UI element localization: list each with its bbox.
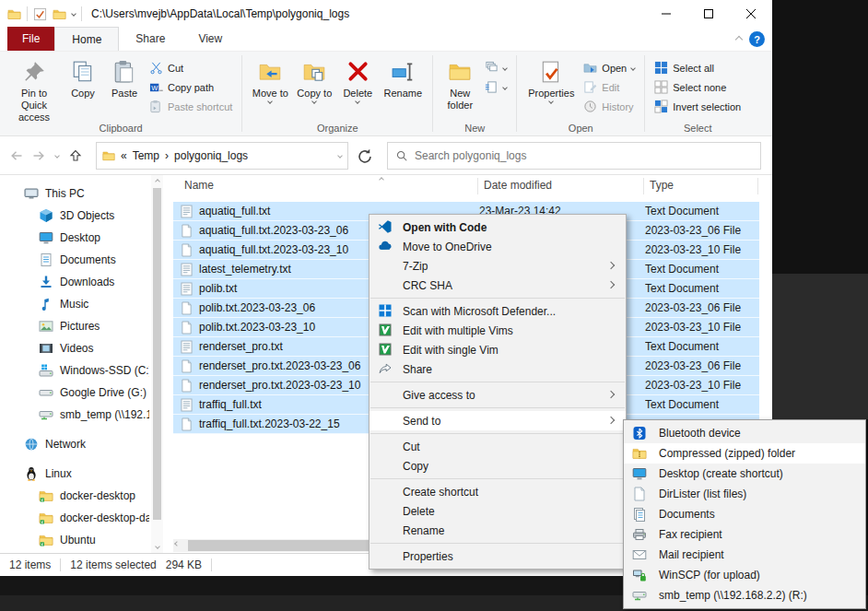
copy-to-button[interactable]: Copy to <box>292 55 336 106</box>
column-header-date-modified[interactable]: Date modified <box>484 179 552 192</box>
tab-share[interactable]: Share <box>119 27 182 51</box>
close-button[interactable] <box>730 0 772 28</box>
submenu-item-winscp[interactable]: WinSCP (for upload) <box>624 565 865 585</box>
menu-item-rename[interactable]: Rename <box>369 521 626 540</box>
sidebar-item-videos[interactable]: Videos <box>0 337 149 359</box>
menu-item-move-to-onedrive[interactable]: Move to OneDrive <box>369 237 626 256</box>
sidebar-item-pictures[interactable]: Pictures <box>0 315 149 337</box>
paste-button[interactable]: Paste <box>103 55 146 102</box>
sidebar-item-google-drive[interactable]: Google Drive (G:) <box>0 382 149 404</box>
open-button[interactable]: Open <box>580 59 639 76</box>
scroll-left-icon[interactable] <box>174 541 180 546</box>
sidebar-item-3d-objects[interactable]: 3D Objects <box>0 205 149 227</box>
scroll-up-icon[interactable] <box>154 178 161 185</box>
new-item-button[interactable] <box>481 78 510 96</box>
column-header-name[interactable]: Name <box>184 179 214 192</box>
cut-button[interactable]: Cut <box>146 59 236 76</box>
button-label: Copy to <box>297 88 332 100</box>
address-bar[interactable]: « Temp › polygoniq_logs <box>96 142 348 170</box>
properties-button[interactable]: Properties <box>522 55 580 106</box>
menu-item-7zip[interactable]: 7-Zip <box>369 256 626 276</box>
copy-path-button[interactable]: W Copy path <box>146 78 236 96</box>
refresh-button[interactable] <box>356 147 374 166</box>
rename-icon <box>389 58 416 86</box>
submenu-item-documents[interactable]: Documents <box>624 504 865 524</box>
move-to-button[interactable]: Move to <box>248 55 292 106</box>
sidebar-item-ubuntu[interactable]: Ubuntu <box>0 529 149 551</box>
sidebar-scrollbar[interactable] <box>151 175 163 553</box>
menu-item-scan-with-defender[interactable]: Scan with Microsoft Defender... <box>369 301 626 321</box>
menu-item-give-access-to[interactable]: Give access to <box>369 385 626 405</box>
search-box[interactable] <box>387 142 761 170</box>
pin-to-quick-access-button[interactable]: Pin to Quick access <box>6 55 63 126</box>
search-input[interactable] <box>415 149 753 162</box>
sidebar-item-desktop[interactable]: Desktop <box>0 227 149 249</box>
tab-view[interactable]: View <box>182 27 239 51</box>
menu-item-open-with-code[interactable]: Open with Code <box>369 217 626 237</box>
menu-item-crc-sha[interactable]: CRC SHA <box>369 276 626 295</box>
breadcrumb-temp[interactable]: Temp <box>133 149 159 162</box>
sidebar-item-docker-desktop[interactable]: docker-desktop <box>0 485 149 507</box>
sidebar-item-downloads[interactable]: Downloads <box>0 271 149 293</box>
sidebar-item-smb-temp[interactable]: smb_temp (\\192.16 <box>0 404 149 426</box>
sidebar-item-this-pc[interactable]: This PC <box>0 182 149 205</box>
sidebar-item-network[interactable]: Network <box>0 433 149 455</box>
submenu-item-desktop-create-shortcut[interactable]: Desktop (create shortcut) <box>624 464 865 484</box>
submenu-item-compressed-zipped-folder[interactable]: Compressed (zipped) folder <box>624 443 865 464</box>
sidebar-item-linux[interactable]: Linux <box>0 463 149 485</box>
scrollbar-thumb[interactable] <box>153 188 161 520</box>
sidebar-item-docker-desktop-data[interactable]: docker-desktop-dat <box>0 507 149 529</box>
rename-button[interactable]: Rename <box>379 55 427 102</box>
help-icon[interactable]: ? <box>749 31 765 47</box>
submenu-item-fax-recipient[interactable]: Fax recipient <box>624 524 865 545</box>
scroll-down-icon[interactable] <box>154 543 161 550</box>
menu-item-delete[interactable]: Delete <box>369 501 626 521</box>
menu-item-cut[interactable]: Cut <box>369 437 626 456</box>
column-divider[interactable] <box>477 178 478 194</box>
collapse-ribbon-icon[interactable] <box>735 35 743 42</box>
easy-access-button[interactable] <box>481 59 510 76</box>
menu-item-create-shortcut[interactable]: Create shortcut <box>369 482 626 501</box>
new-folder-button[interactable]: New folder <box>439 55 481 114</box>
minimize-button[interactable] <box>645 0 687 28</box>
sidebar-item-music[interactable]: Music <box>0 293 149 315</box>
file-icon <box>181 359 193 373</box>
menu-item-edit-with-single-vim[interactable]: Edit with single Vim <box>369 340 626 359</box>
column-divider[interactable] <box>757 178 758 194</box>
submenu-item-dirlister[interactable]: DirLister (list files) <box>624 484 865 504</box>
recent-locations-dropdown[interactable] <box>50 143 65 169</box>
menu-item-send-to[interactable]: Send to <box>369 411 626 430</box>
menu-item-properties[interactable]: Properties <box>369 546 626 566</box>
menu-item-label: Documents <box>659 508 715 521</box>
maximize-button[interactable] <box>687 0 730 28</box>
tab-file[interactable]: File <box>7 27 54 51</box>
select-none-button[interactable]: Select none <box>651 78 745 96</box>
qat-dropdown-icon[interactable] <box>71 11 76 17</box>
address-dropdown-icon[interactable] <box>337 153 343 159</box>
documents-icon <box>632 507 647 522</box>
column-divider[interactable] <box>643 178 644 194</box>
picture-icon <box>39 319 53 334</box>
submenu-item-smb-temp-drive[interactable]: smb_temp (\\192.168.2.2) (R:) <box>624 585 865 605</box>
menu-item-copy[interactable]: Copy <box>369 456 626 476</box>
sidebar-label: Pictures <box>60 320 100 333</box>
submenu-item-bluetooth-device[interactable]: Bluetooth device <box>624 423 865 443</box>
breadcrumb-prefix[interactable]: « <box>121 149 127 162</box>
invert-selection-button[interactable]: Invert selection <box>651 98 745 115</box>
menu-item-share[interactable]: Share <box>369 359 626 379</box>
column-header-type[interactable]: Type <box>650 179 674 192</box>
breadcrumb-folder[interactable]: polygoniq_logs <box>174 149 248 162</box>
menu-item-edit-with-multiple-vims[interactable]: Edit with multiple Vims <box>369 321 626 340</box>
button-label: Copy <box>71 88 95 100</box>
copy-button[interactable]: Copy <box>63 55 103 102</box>
new-folder-qat-icon[interactable] <box>53 7 66 21</box>
submenu-item-mail-recipient[interactable]: Mail recipient <box>624 545 865 565</box>
select-all-button[interactable]: Select all <box>651 59 745 76</box>
delete-button[interactable]: Delete <box>336 55 379 106</box>
properties-check-icon[interactable] <box>33 7 47 21</box>
menu-separator <box>370 407 625 408</box>
sidebar-item-windows-ssd[interactable]: Windows-SSD (C:) <box>0 359 149 382</box>
sidebar-item-documents[interactable]: Documents <box>0 249 149 271</box>
tab-home[interactable]: Home <box>54 27 119 51</box>
up-button[interactable] <box>65 143 87 169</box>
